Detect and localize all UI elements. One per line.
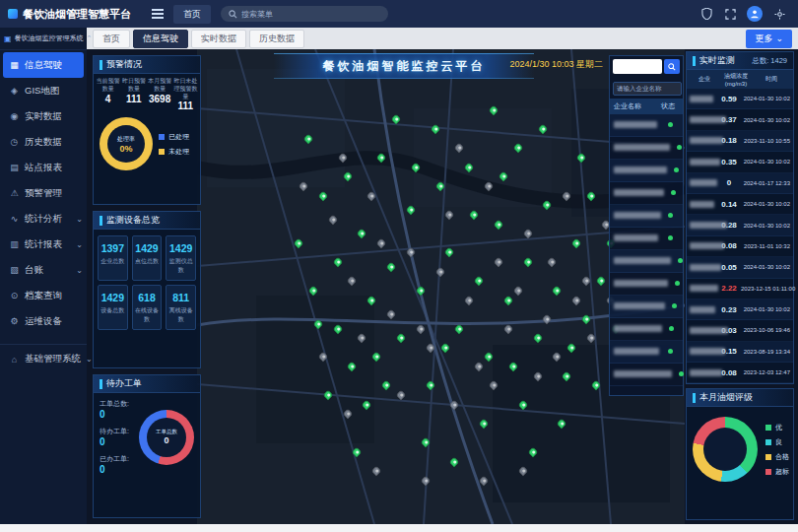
map-pin[interactable] [537,123,548,134]
map-pin[interactable] [585,333,596,344]
sidebar-item[interactable]: ◈ GIS地图 [0,78,87,103]
map-pin[interactable] [517,399,528,410]
map-pin[interactable] [464,162,475,172]
map-pin[interactable] [542,200,553,211]
map-pin[interactable] [357,333,367,344]
view-tab[interactable]: 信息驾驶 [133,30,188,48]
sidebar-item[interactable]: ⚙ 运维设备 [0,308,87,334]
realtime-row[interactable]: 0.03 2023-10-06 19:46 [687,320,793,341]
map-pin[interactable] [566,342,577,353]
map-pin[interactable] [395,333,406,344]
shield-icon[interactable] [699,7,713,21]
company-row[interactable] [610,364,683,386]
sidebar-item[interactable]: ∿ 统计分析 ⌄ [0,206,87,232]
map-pin[interactable] [430,123,440,134]
sidebar-item[interactable]: ▤ 站点报表 [0,155,87,180]
map-pin[interactable] [352,446,363,457]
company-row[interactable] [610,160,683,182]
sidebar-item[interactable]: ⊙ 档案查询 [0,283,87,308]
company-row[interactable] [610,182,683,205]
map-pin[interactable] [439,342,450,353]
map-pin[interactable] [385,308,396,319]
map-pin[interactable] [425,380,435,391]
sidebar-item[interactable]: ▦ 信息驾驶 [3,52,84,78]
map-pin[interactable] [371,352,382,363]
map-pin[interactable] [375,237,386,248]
map-pin[interactable] [444,247,455,258]
map-pin[interactable] [395,389,406,400]
map-pin[interactable] [415,285,426,296]
map-pin[interactable] [375,152,386,163]
sidebar-system-header[interactable]: ▣ 餐饮油烟监控管理系统 ⌃ [0,28,87,50]
map-pin[interactable] [390,114,401,125]
map-pin[interactable] [434,180,445,191]
map-pin[interactable] [575,152,586,163]
map-pin[interactable] [478,475,489,486]
map-pin[interactable] [342,171,353,182]
realtime-row[interactable]: 0.59 2024-01-30 10:02 [687,89,793,109]
map-pin[interactable] [347,276,358,287]
sidebar-item[interactable]: ⚠ 预警管理 [0,180,87,206]
map-pin[interactable] [532,333,543,344]
map-pin[interactable] [362,399,372,410]
sidebar-item[interactable]: ▥ 统计报表 ⌄ [0,232,87,257]
breadcrumb-chip-home[interactable]: 首页 [173,5,211,24]
company-row[interactable] [610,341,683,364]
map-pin[interactable] [493,219,503,230]
company-row[interactable] [610,273,683,296]
map-pin[interactable] [385,261,396,272]
map-pin[interactable] [347,361,358,371]
map-pin[interactable] [405,247,416,258]
company-row[interactable] [610,137,683,160]
map-pin[interactable] [580,313,591,324]
company-row[interactable] [610,296,683,318]
sidebar-item[interactable]: ◉ 实时数据 [0,103,87,129]
map-pin[interactable] [469,209,480,220]
realtime-row[interactable]: 0 2024-01-17 12:33 [687,173,793,194]
map-pin[interactable] [298,180,308,191]
map-pin[interactable] [464,295,475,305]
map-pin[interactable] [449,399,460,410]
sidebar-item[interactable]: ▧ 台账 ⌄ [0,257,87,283]
menu-search-input[interactable] [241,10,369,19]
map-pin[interactable] [590,380,601,391]
map-pin[interactable] [517,465,528,476]
realtime-row[interactable]: 0.23 2024-01-30 10:02 [687,299,793,320]
view-tab[interactable]: 实时数据 [191,30,246,48]
map-pin[interactable] [410,162,421,172]
map-pin[interactable] [542,313,553,324]
map-pin[interactable] [371,465,382,476]
map-pin[interactable] [570,295,581,305]
realtime-row[interactable]: 0.08 2023-12-03 12:47 [687,363,793,383]
map-pin[interactable] [307,285,318,296]
map-pin[interactable] [366,295,377,305]
company-search-input[interactable] [613,59,662,74]
map-pin[interactable] [454,323,465,334]
hamburger-menu-icon[interactable] [152,9,164,19]
company-row[interactable] [610,228,683,250]
realtime-row[interactable]: 2.22 2023-12-15 01:11:00 [687,279,793,299]
realtime-row[interactable]: 0.05 2024-01-30 10:02 [687,257,793,278]
realtime-row[interactable]: 0.37 2024-01-30 10:02 [687,109,793,130]
user-avatar[interactable] [747,6,763,22]
map-pin[interactable] [483,180,494,191]
map-pin[interactable] [312,318,323,329]
map-pin[interactable] [425,342,435,353]
map-pin[interactable] [595,276,606,287]
map-pin[interactable] [488,104,499,115]
map-pin[interactable] [478,418,489,429]
map-pin[interactable] [454,143,465,154]
map-pin[interactable] [322,389,333,400]
company-row[interactable] [610,250,683,273]
map-pin[interactable] [585,190,596,201]
company-row[interactable] [610,205,683,228]
sidebar-item[interactable]: ⌂ 基础管理系统 ⌄ [0,344,87,369]
map-pin[interactable] [532,370,543,381]
map-pin[interactable] [507,361,518,371]
settings-gear-icon[interactable] [772,7,786,21]
map-pin[interactable] [522,228,533,238]
realtime-row[interactable]: 0.18 2023-11-10 10:55 [687,131,793,152]
fullscreen-icon[interactable] [723,7,737,21]
map-pin[interactable] [337,152,348,163]
view-tab[interactable]: 首页 [93,30,130,48]
